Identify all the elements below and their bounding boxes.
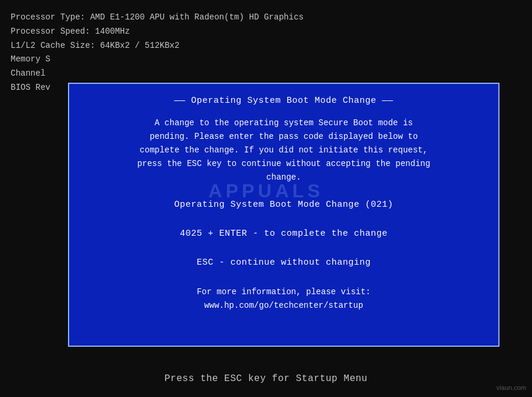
site-attribution: viaun.com <box>497 384 526 391</box>
memory-line: Memory S <box>11 53 304 67</box>
boot-mode-dialog: Operating System Boot Mode Change A chan… <box>68 83 499 347</box>
dialog-enter-code: 4025 + ENTER - to complete the change <box>180 229 388 239</box>
dialog-url-info: For more information, please visit: www.… <box>197 285 371 312</box>
channel-line: Channel <box>11 67 304 81</box>
dialog-esc-code: ESC - continue without changing <box>197 258 371 268</box>
startup-menu-hint: Press the ESC key for Startup Menu <box>164 373 367 384</box>
processor-speed-line: Processor Speed: 1400MHz <box>11 25 304 39</box>
dialog-title: Operating System Boot Mode Change <box>174 96 394 106</box>
bottom-status-bar: Press the ESC key for Startup Menu <box>0 373 532 384</box>
dialog-url-label: For more information, please visit: <box>197 287 371 297</box>
dialog-mode-code: Operating System Boot Mode Change (021) <box>174 200 394 210</box>
processor-type-line: Processor Type: AMD E1-1200 APU with Rad… <box>11 11 304 25</box>
dialog-body: A change to the operating system Secure … <box>137 116 430 184</box>
cache-size-line: L1/L2 Cache Size: 64KBx2 / 512KBx2 <box>11 39 304 53</box>
dialog-url-link: www.hp.com/go/techcenter/startup <box>205 301 364 310</box>
bios-screen: Processor Type: AMD E1-1200 APU with Rad… <box>0 0 532 397</box>
